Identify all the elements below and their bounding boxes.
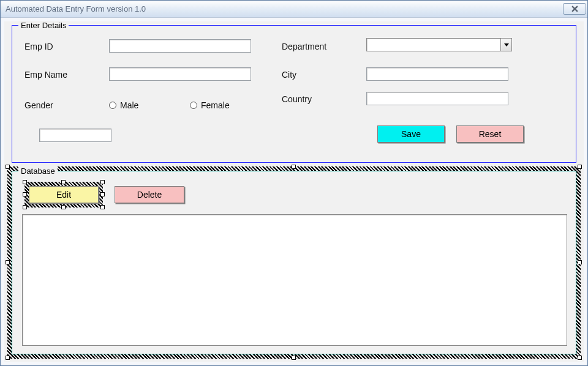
city-label: City — [282, 70, 296, 80]
save-button-label: Save — [401, 129, 421, 139]
gender-female-label: Female — [201, 100, 230, 110]
window-title: Automated Data Entry Form version 1.0 — [6, 4, 146, 13]
radio-dot-icon — [190, 102, 197, 109]
designer-surface: Enter Details Emp ID Emp Name Gender Mal… — [4, 21, 584, 362]
dropdown-arrow-icon — [500, 39, 511, 51]
enter-details-legend: Enter Details — [18, 21, 69, 30]
edit-button[interactable]: Edit — [29, 186, 99, 203]
reset-button-label: Reset — [479, 129, 502, 139]
reset-button[interactable]: Reset — [456, 125, 524, 143]
department-combobox[interactable] — [366, 38, 512, 51]
gender-label: Gender — [24, 100, 53, 110]
edit-button-label: Edit — [56, 190, 71, 200]
department-label: Department — [282, 42, 326, 51]
window-root: Automated Data Entry Form version 1.0 En… — [0, 0, 588, 366]
close-icon — [571, 6, 578, 12]
save-button[interactable]: Save — [377, 125, 445, 143]
close-button[interactable] — [563, 3, 586, 15]
enter-details-frame: Enter Details Emp ID Emp Name Gender Mal… — [12, 25, 576, 163]
database-listbox[interactable] — [22, 214, 567, 346]
database-legend: Database — [18, 166, 58, 176]
delete-button[interactable]: Delete — [115, 186, 184, 203]
emp-id-label: Emp ID — [24, 42, 53, 51]
radio-dot-icon — [109, 102, 116, 109]
gender-male-label: Male — [120, 100, 138, 110]
emp-name-label: Emp Name — [24, 70, 67, 80]
country-input[interactable] — [366, 92, 508, 105]
city-input[interactable] — [366, 67, 508, 81]
emp-name-input[interactable] — [109, 67, 251, 81]
gender-male-radio[interactable]: Male — [109, 100, 138, 110]
titlebar: Automated Data Entry Form version 1.0 — [1, 1, 587, 18]
database-frame: Database Edit Delete — [12, 171, 576, 354]
country-label: Country — [282, 94, 312, 104]
delete-button-label: Delete — [137, 190, 162, 200]
emp-id-input[interactable] — [109, 39, 251, 53]
extra-input[interactable] — [39, 129, 111, 142]
gender-female-radio[interactable]: Female — [190, 100, 230, 110]
